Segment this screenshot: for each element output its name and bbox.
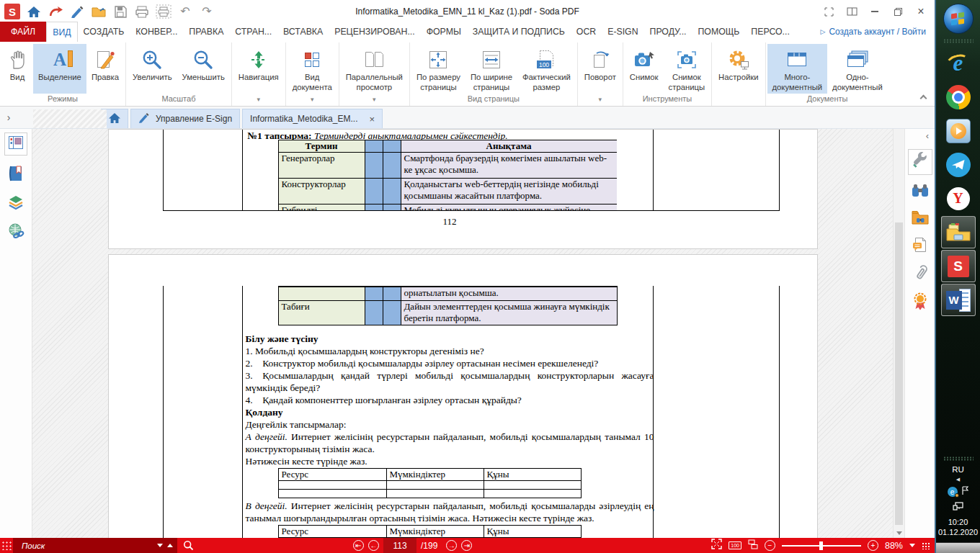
collapse-panel-icon[interactable]: ‹	[926, 130, 935, 141]
internet-explorer-icon[interactable]: e	[941, 47, 976, 79]
page-snapshot-button[interactable]: Снимок страницы	[664, 44, 710, 94]
tab-secure-sign[interactable]: ЗАЩИТА И ПОДПИСЬ	[467, 22, 571, 42]
close-tab-icon[interactable]: ×	[369, 114, 375, 125]
zoom-slider[interactable]	[782, 545, 861, 547]
tools-panel-icon[interactable]	[908, 149, 932, 175]
reading-mode-icon[interactable]	[844, 5, 860, 18]
tab-edit[interactable]: ПРАВКА	[183, 22, 229, 42]
tab-help[interactable]: ПОМОЩЬ	[692, 22, 746, 42]
page-layout-icon[interactable]	[748, 539, 758, 552]
fit-width-button[interactable]: По ширине страницы	[466, 44, 517, 94]
start-button[interactable]	[943, 4, 974, 34]
share-icon[interactable]	[48, 4, 63, 19]
save-icon[interactable]	[112, 4, 128, 19]
tab-pages[interactable]: СТРАН...	[229, 22, 277, 42]
snapshot-button[interactable]: Снимок	[625, 44, 664, 94]
scrollbar-thumb[interactable]	[895, 222, 903, 525]
telegram-icon[interactable]	[941, 148, 976, 181]
zoom-in-button[interactable]: +	[868, 540, 878, 551]
undo-icon[interactable]: ↶	[177, 4, 193, 19]
language-indicator[interactable]: RU	[952, 465, 964, 474]
minimize-button[interactable]	[867, 5, 883, 18]
clock[interactable]: 10:2001.12.2020	[938, 517, 978, 537]
media-player-icon[interactable]	[941, 114, 976, 147]
tab-file[interactable]: ФАЙЛ	[0, 22, 46, 42]
hidden-icons-arrow[interactable]: ◀	[956, 477, 960, 482]
dropdown-caret-icon[interactable]: ▾	[599, 96, 602, 103]
search-input[interactable]: Поиск	[13, 538, 177, 553]
layers-icon[interactable]	[7, 194, 24, 213]
tab-forms[interactable]: ФОРМЫ	[421, 22, 467, 42]
comments-icon[interactable]	[912, 236, 929, 256]
home-icon[interactable]	[26, 4, 42, 19]
dropdown-caret-icon[interactable]: ▾	[257, 96, 260, 103]
actual-size-button[interactable]: 100 Фактический размер	[517, 44, 576, 94]
pen-icon[interactable]	[69, 4, 85, 19]
soda-pdf-taskbar-icon[interactable]: S	[941, 250, 976, 282]
scroll-down-icon[interactable]	[896, 531, 902, 535]
tab-ocr[interactable]: OCR	[571, 22, 602, 42]
edit-mode-button[interactable]: Правка	[86, 44, 124, 94]
search-in-files-icon[interactable]	[911, 210, 930, 228]
first-page-button[interactable]: ⇤	[353, 540, 364, 551]
next-page-button[interactable]: →	[446, 540, 457, 551]
fullscreen-view-icon[interactable]	[711, 539, 722, 552]
zoom-out-button[interactable]: Уменьшить	[177, 44, 230, 94]
flag-icon[interactable]	[961, 485, 969, 498]
account-link[interactable]: ▷Создать аккаунт / Войти	[820, 22, 935, 42]
tab-products[interactable]: ПРОДУ...	[644, 22, 692, 42]
web-links-icon[interactable]	[7, 222, 24, 243]
tab-insert[interactable]: ВСТАВКА	[277, 22, 329, 42]
zoom-in-button[interactable]: Увеличить	[128, 44, 177, 94]
zoom-dropdown-icon[interactable]	[909, 544, 915, 547]
fullscreen-icon[interactable]	[821, 5, 837, 18]
search-binoculars-icon[interactable]	[911, 183, 930, 202]
expand-panel-icon[interactable]: ›	[0, 107, 17, 128]
open-folder-icon[interactable]	[91, 4, 107, 19]
search-icon[interactable]	[183, 540, 194, 551]
chrome-icon[interactable]	[941, 81, 976, 113]
parallel-view-button[interactable]: Параллельный просмотр	[341, 44, 408, 94]
bookmarks-icon[interactable]	[8, 165, 24, 185]
dropdown-caret-icon[interactable]: ▾	[311, 96, 314, 103]
previous-page-button[interactable]: ←	[368, 540, 379, 551]
actual-size-status-icon[interactable]: 100	[729, 541, 741, 549]
thumbnails-panel-icon[interactable]	[4, 132, 27, 156]
tab-view[interactable]: ВИД	[46, 22, 77, 42]
navigation-button[interactable]: Навигация	[233, 44, 284, 94]
soda-logo[interactable]: S	[4, 4, 20, 19]
print-preview-icon[interactable]	[156, 4, 172, 19]
tab-convert[interactable]: КОНВЕР...	[130, 22, 183, 42]
tab-personalize[interactable]: ПЕРСО...	[745, 22, 796, 42]
word-icon[interactable]: W	[941, 284, 976, 316]
settings-button[interactable]: Настройки	[713, 44, 763, 94]
tab-create[interactable]: СОЗДАТЬ	[78, 22, 130, 42]
attachments-icon[interactable]	[912, 264, 928, 284]
document-tab[interactable]: Informatika_Metodika_EM... ×	[242, 109, 383, 128]
award-icon[interactable]	[912, 292, 928, 314]
collapse-ribbon-icon[interactable]	[920, 95, 927, 102]
last-page-button[interactable]: ⇥	[461, 540, 472, 551]
tab-review[interactable]: РЕЦЕНЗИРОВАН...	[329, 22, 420, 42]
tab-esign[interactable]: E-SIGN	[602, 22, 643, 42]
yandex-icon[interactable]: Y	[941, 182, 976, 215]
vertical-scrollbar[interactable]	[893, 129, 904, 538]
print-icon[interactable]	[134, 4, 150, 19]
document-view-button[interactable]: Вид документа	[288, 44, 337, 94]
document-viewport[interactable]: №1 тапсырма: Терминдерді анықтамаларымен…	[32, 129, 893, 538]
multi-document-button[interactable]: Много- документный	[767, 44, 828, 94]
resize-grip[interactable]	[922, 542, 930, 549]
single-document-button[interactable]: Одно- документный	[827, 44, 888, 94]
search-next-icon[interactable]	[167, 544, 173, 547]
statusbar-grip[interactable]	[1, 541, 13, 550]
file-explorer-icon[interactable]	[941, 216, 976, 248]
zoom-level[interactable]: 88%	[885, 541, 903, 551]
show-desktop-button[interactable]	[936, 542, 980, 553]
close-button[interactable]: ×	[913, 5, 929, 18]
search-prev-icon[interactable]	[157, 544, 163, 547]
esign-tab[interactable]: Управление E-Sign	[130, 109, 240, 128]
rotate-button[interactable]: Поворот	[579, 44, 621, 94]
view-mode-button[interactable]: Вид	[1, 44, 33, 94]
redo-icon[interactable]: ↷	[199, 4, 215, 19]
dropdown-caret-icon[interactable]: ▾	[373, 96, 376, 103]
